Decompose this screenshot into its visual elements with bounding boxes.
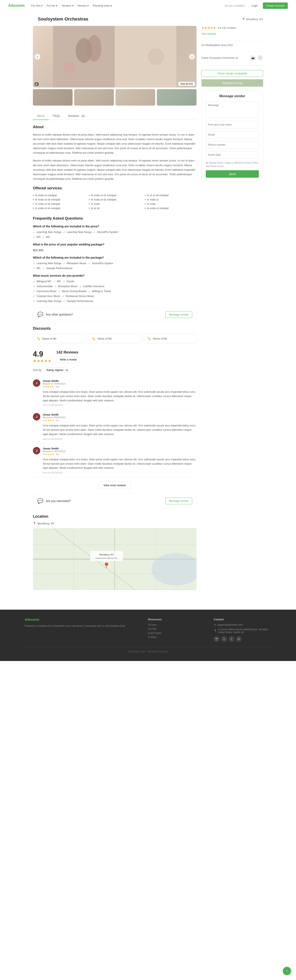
login-button[interactable]: Login — [249, 3, 261, 8]
nav-link-vendors[interactable]: Vendors ▾ — [61, 4, 74, 7]
map-container[interactable]: Woodbury, NY Suspendisse nulla est nam — [33, 528, 197, 590]
nav-link-her[interactable]: For her ▾ — [46, 4, 58, 7]
email-input[interactable] — [206, 131, 259, 138]
faq-q-1: Which of the following are included in t… — [33, 225, 197, 228]
vendor-location: 📍 Woodbury, NY — [242, 18, 263, 21]
nav-link-planning[interactable]: Planning tools ▾ — [93, 4, 112, 7]
tab-reviews[interactable]: Reviews 32 — [64, 112, 90, 120]
sidebar-follow-row: Follow Soulsystem Orchestras on 📷 f — [202, 55, 263, 61]
check-icon: ✓ — [42, 267, 45, 270]
any-questions-message-button[interactable]: Message vendor — [165, 311, 192, 318]
request-pricing-button[interactable]: Request pricing — [202, 79, 263, 87]
gallery-prev-button[interactable]: ‹ — [35, 54, 40, 60]
message-vendor-card: Message vendor By clicking 'Send', I agr… — [202, 90, 263, 182]
reviewer-avatar-1: J — [33, 379, 40, 387]
check-icon: ✓ — [63, 280, 65, 283]
gallery-thumb-1[interactable] — [33, 89, 72, 106]
send-button[interactable]: Send — [206, 170, 259, 178]
sidebar-links: Visit website On WeddingWire since 2010 … — [202, 32, 263, 68]
footer-social-icons: 📷 𝕏 f in — [214, 636, 271, 642]
message-textarea[interactable] — [206, 101, 259, 118]
facebook-icon[interactable]: f — [258, 55, 263, 61]
nav-link-venues[interactable]: Venues ▾ — [78, 4, 89, 7]
footer-brand-col: Allevents Phasellus consetetur tis et im… — [25, 618, 140, 642]
footer-linkedin-icon[interactable]: in — [236, 636, 242, 642]
bullet-icon: ● — [33, 199, 34, 200]
discount-card-3: 🏷️ Name of file — [144, 334, 197, 343]
svg-point-6 — [147, 48, 164, 65]
name-input[interactable] — [206, 121, 259, 128]
footer-resources-col: Resources For him For Her Event Styles C… — [148, 618, 206, 642]
reviews-stars: ★★★★★ — [33, 358, 51, 363]
reviews-badge: 32 — [81, 115, 85, 118]
create-account-button[interactable]: Create Account — [263, 2, 288, 9]
faq-tag: ✓Reception Music — [63, 262, 86, 265]
view-more-reviews-button[interactable]: View more reviews — [98, 482, 131, 489]
check-icon: ✓ — [88, 290, 91, 293]
faq-q-2: What is the price of your popular weddin… — [33, 243, 197, 246]
faq-tag: ✓Learning New Songs — [33, 231, 61, 234]
footer-bottom: Allevents © 2023 - All Rights Reserved — [25, 647, 271, 653]
discount-icon: 🏷️ — [147, 337, 151, 340]
visit-website-link[interactable]: Visit website — [202, 32, 216, 35]
faq-tag: ✓Instrumentals — [33, 285, 53, 288]
faq-tag: ✓MC — [42, 235, 50, 239]
gallery-thumb-2[interactable] — [74, 89, 114, 106]
tab-about[interactable]: About — [33, 112, 49, 120]
footer-instagram-icon[interactable]: 📷 — [214, 636, 219, 642]
phone-input[interactable] — [206, 141, 259, 148]
sidebar-rating-count: 4.9 142 reviews — [218, 26, 236, 29]
sort-select[interactable]: Rating: Highest — [44, 368, 69, 373]
review-stars-1: ★★★★★ 4.9 — [43, 385, 66, 388]
footer-link-events[interactable]: Event Styles — [148, 632, 206, 635]
bullet-icon: ● — [89, 194, 90, 196]
check-vendor-button[interactable]: Check Vendor Availability — [202, 70, 263, 77]
check-icon: ✓ — [63, 231, 66, 234]
gallery-thumb-3[interactable] — [115, 89, 155, 106]
nav-logo[interactable]: Allevents — [8, 3, 25, 8]
faq-tag: ✓Sample Performances — [42, 267, 72, 270]
faq-tag: ✓Sound/Pa System — [93, 231, 118, 234]
footer-facebook-icon[interactable]: f — [229, 636, 234, 642]
faq-price: $20,440 — [33, 248, 197, 252]
footer-twitter-icon[interactable]: 𝕏 — [221, 636, 227, 642]
check-icon: ✓ — [79, 285, 82, 288]
bullet-icon: ● — [89, 203, 90, 205]
form-privacy-text: By clicking 'Send', I agree to Allevents… — [206, 161, 259, 168]
footer-contact-title: Contact — [214, 618, 271, 621]
service-item: ●In nulla ut sit volutpat — [33, 207, 85, 210]
event-date-input[interactable] — [206, 151, 259, 159]
gallery-next-button[interactable]: › — [189, 54, 195, 60]
check-icon: ✓ — [54, 285, 57, 288]
faq-tags-3: ✓Learning New Songs ✓Reception Music ✓So… — [33, 262, 197, 265]
gallery-main-photo — [33, 26, 197, 88]
faq-q-3: Which of the following are included in t… — [33, 256, 197, 259]
svg-point-5 — [63, 61, 76, 73]
gallery-thumb-4[interactable] — [157, 89, 197, 106]
review-stars-2: ★★★★★ 4.9 — [43, 418, 66, 422]
interested-message-button[interactable]: Message vendor — [165, 498, 192, 504]
footer-link-her[interactable]: For Her — [148, 627, 206, 630]
bullet-icon: ● — [89, 207, 90, 209]
nav-link-him[interactable]: For him ▾ — [31, 4, 43, 7]
footer-grid: Allevents Phasellus consetetur tis et im… — [25, 618, 271, 642]
sidebar-since-label: On WeddingWire since 2010 — [202, 44, 233, 47]
instagram-icon[interactable]: 📷 — [250, 55, 256, 61]
heart-icon[interactable]: ♡ — [33, 17, 36, 21]
view-all-button[interactable]: View all (22) — [178, 82, 195, 86]
bullet-icon: ● — [145, 199, 146, 200]
write-review-button[interactable]: Write a review — [56, 356, 80, 363]
discounts-section: Discounts 🏷️ Name of file 🏷️ Name of fil… — [33, 326, 197, 343]
faq-tag: ✓Vocals — [63, 280, 74, 283]
social-icons: 📷 f — [250, 55, 263, 61]
footer-link-him[interactable]: For him — [148, 624, 206, 626]
footer-link-contact[interactable]: Contact — [148, 636, 206, 639]
discount-icon: 🏷️ — [92, 337, 96, 340]
tab-faqs[interactable]: FAQs — [49, 112, 64, 120]
faq-tag: ✓Sample Performances — [63, 299, 93, 303]
question-icon: 💬 — [37, 312, 43, 317]
reviewer-name-1: Jonas Smith — [43, 379, 66, 382]
gallery-video-badge: ▶ — [35, 83, 38, 86]
discount-cards: 🏷️ Name of file 🏷️ Name of file 🏷️ Name … — [33, 334, 197, 343]
sidebar-since-row: On WeddingWire since 2010 — [202, 44, 263, 47]
